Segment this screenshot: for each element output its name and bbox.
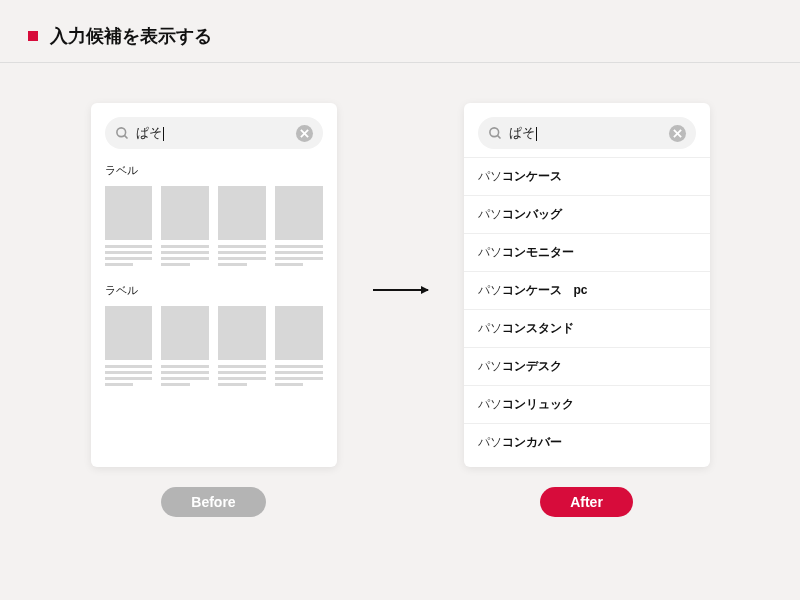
suggestion-item[interactable]: パソコンケース pc xyxy=(464,271,710,309)
suggestion-list: パソコンケース パソコンバッグ パソコンモニター パソコンケース pc パソコン… xyxy=(464,157,710,453)
svg-line-5 xyxy=(497,135,500,138)
list-item xyxy=(275,186,323,269)
svg-line-1 xyxy=(124,135,127,138)
suggestion-item[interactable]: パソコンスタンド xyxy=(464,309,710,347)
list-item xyxy=(105,306,153,389)
search-box[interactable]: ぱそ xyxy=(105,117,323,149)
list-item xyxy=(275,306,323,389)
suggestion-item[interactable]: パソコンデスク xyxy=(464,347,710,385)
suggestion-item[interactable]: パソコンリュック xyxy=(464,385,710,423)
thumb-row xyxy=(105,186,323,269)
search-icon xyxy=(115,126,130,141)
arrow-icon xyxy=(373,289,428,291)
clear-button[interactable] xyxy=(669,125,686,142)
suggestion-item[interactable]: パソコンカバー xyxy=(464,423,710,453)
accent-square xyxy=(28,31,38,41)
page-title: 入力候補を表示する xyxy=(50,24,212,48)
clear-button[interactable] xyxy=(296,125,313,142)
list-item xyxy=(161,186,209,269)
after-card: ぱそ パソコンケース パソコンバッグ パソコンモニター パソコンケース pc パ… xyxy=(464,103,710,467)
suggestion-item[interactable]: パソコンモニター xyxy=(464,233,710,271)
suggestion-item[interactable]: パソコンケース xyxy=(464,157,710,195)
search-input[interactable]: ぱそ xyxy=(509,124,663,142)
list-item xyxy=(105,186,153,269)
before-column: ぱそ ラベル ラベル Before xyxy=(91,103,337,517)
svg-point-0 xyxy=(116,127,125,136)
comparison-area: ぱそ ラベル ラベル Before xyxy=(0,63,800,517)
list-item xyxy=(218,306,266,389)
list-item xyxy=(161,306,209,389)
list-item xyxy=(218,186,266,269)
after-pill: After xyxy=(540,487,633,517)
page-header: 入力候補を表示する xyxy=(0,0,800,63)
search-input[interactable]: ぱそ xyxy=(136,124,290,142)
before-pill: Before xyxy=(161,487,265,517)
svg-point-4 xyxy=(489,127,498,136)
after-column: ぱそ パソコンケース パソコンバッグ パソコンモニター パソコンケース pc パ… xyxy=(464,103,710,517)
suggestion-item[interactable]: パソコンバッグ xyxy=(464,195,710,233)
before-card: ぱそ ラベル ラベル xyxy=(91,103,337,467)
search-icon xyxy=(488,126,503,141)
search-box[interactable]: ぱそ xyxy=(478,117,696,149)
section-label: ラベル xyxy=(105,163,323,178)
section-label: ラベル xyxy=(105,283,323,298)
thumb-row xyxy=(105,306,323,389)
